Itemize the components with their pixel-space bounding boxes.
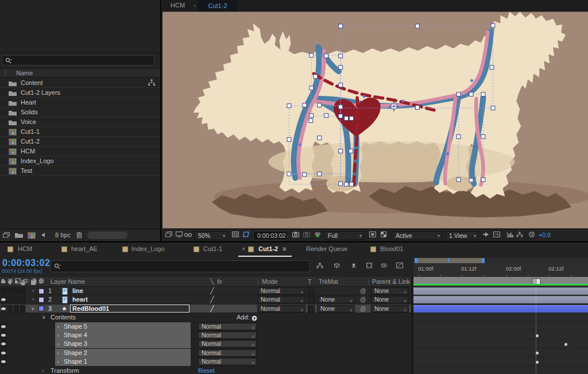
viewer-timecode[interactable]: 0:00:03:02 <box>253 231 288 240</box>
parent-dropdown[interactable]: None∨ <box>371 287 409 295</box>
navigator-start-handle[interactable] <box>415 258 417 263</box>
project-search-input[interactable] <box>2 55 154 65</box>
video-eye-toggle[interactable] <box>1 307 6 310</box>
frame-blending-icon[interactable] <box>366 263 372 269</box>
pixel-aspect-correction-icon[interactable] <box>493 231 500 240</box>
timeline-tab-render-queue[interactable]: Render Queue <box>306 245 347 252</box>
flowchart-button-icon[interactable] <box>516 231 523 240</box>
transparency-grid-icon[interactable] <box>381 231 386 240</box>
share-view-icon[interactable] <box>482 231 489 240</box>
blend-mode-dropdown[interactable]: Normal∨ <box>257 296 305 303</box>
trkmat-dropdown[interactable]: None∨ <box>317 305 355 313</box>
graph-editor-icon[interactable] <box>396 263 403 269</box>
timeline-tab-hcm[interactable]: HCM <box>18 245 32 252</box>
color-depth-button[interactable]: 8 bpc <box>55 232 71 238</box>
exposure-shutter-icon[interactable] <box>529 231 535 240</box>
shape-row[interactable]: ›Shape 2 Normal∨ <box>0 349 411 357</box>
3d-view-dropdown[interactable]: Active Camera▾ <box>392 231 442 240</box>
track-area[interactable] <box>413 287 588 374</box>
shape-blend-mode-dropdown[interactable]: Normal∨ <box>198 340 257 348</box>
viewer-tab-hcm[interactable]: HCM <box>171 2 185 9</box>
video-eye-toggle[interactable] <box>1 334 6 337</box>
transform-reset-button[interactable]: Reset <box>198 367 215 374</box>
project-item[interactable]: Voice <box>0 117 160 127</box>
expand-chevron-icon[interactable]: › <box>42 367 44 374</box>
navigator-range[interactable] <box>415 258 485 263</box>
always-preview-icon[interactable] <box>165 231 172 240</box>
collapse-chevron-icon[interactable]: ∨ <box>31 304 35 313</box>
quality-toggle-icon[interactable]: ╱ <box>210 295 214 304</box>
layer-bar-redblood01-selected[interactable] <box>413 305 588 313</box>
grid-guides-icon[interactable] <box>232 231 239 240</box>
quality-switch-icon[interactable]: ╲ <box>210 277 214 286</box>
time-ruler[interactable]: 01:00f 01:12f 02:00f 02:12f <box>413 263 588 277</box>
exposure-value[interactable]: +0.0 <box>539 231 551 240</box>
interpret-footage-icon[interactable] <box>3 232 10 239</box>
shape-name-selected[interactable]: ›Shape 2 <box>55 349 191 357</box>
timeline-button-icon[interactable] <box>507 231 514 240</box>
motion-blur-icon[interactable] <box>381 263 388 269</box>
parent-pickwhip-icon[interactable]: @ <box>360 304 366 313</box>
snapshot-camera-icon[interactable] <box>292 231 299 240</box>
t-cell[interactable] <box>308 287 315 295</box>
shape-row[interactable]: ›Shape 1 Normal∨ <box>0 357 411 366</box>
viewer-tab-cut1-2-active[interactable]: Cut1-2 <box>198 0 237 11</box>
layer-color-swatch[interactable] <box>38 297 44 303</box>
composition-canvas[interactable] <box>163 11 588 229</box>
project-item[interactable]: Heart <box>0 98 160 107</box>
project-item[interactable]: Solids <box>0 107 160 117</box>
parent-link-column-header[interactable]: Parent & Link <box>372 277 410 286</box>
number-column-header[interactable]: # <box>39 277 42 286</box>
shape-row[interactable]: ›Shape 4 Normal∨ <box>0 331 411 340</box>
stereo-3d-glasses-icon[interactable] <box>184 231 192 240</box>
shape-name-selected[interactable]: ›Shape 1 <box>55 357 191 366</box>
quality-toggle-icon[interactable]: ╱ <box>210 304 214 313</box>
layer-row-heart[interactable]: › 2 heart ╱ Normal∨ None∨ @ None∨ <box>0 295 411 304</box>
shape-name-selected[interactable]: ›Shape 4 <box>55 331 191 340</box>
project-item[interactable]: Index_Logo <box>0 156 160 166</box>
resolution-dropdown[interactable]: Full▾ <box>324 231 364 240</box>
t-cell[interactable] <box>308 305 315 313</box>
blend-mode-dropdown[interactable]: Normal∨ <box>257 305 305 313</box>
shape-row[interactable]: ›Shape 5 Normal∨ <box>0 322 411 331</box>
region-of-interest-icon[interactable] <box>243 231 250 240</box>
project-item[interactable]: Cut1-2 <box>0 137 160 146</box>
layer-color-swatch[interactable] <box>38 306 44 311</box>
current-timecode[interactable]: 0:00:03:02 <box>2 258 50 268</box>
project-item[interactable]: Cut1-2 Layers <box>0 88 160 98</box>
close-tab-icon[interactable]: × <box>242 245 245 252</box>
project-item[interactable]: HCM <box>0 146 160 156</box>
transform-label[interactable]: Transform <box>51 367 79 374</box>
contents-label[interactable]: Contents <box>51 313 76 322</box>
project-item[interactable]: Test <box>0 166 160 176</box>
magnification-dropdown[interactable]: 50%▾ <box>194 231 227 240</box>
layer-bar-line[interactable] <box>413 287 588 295</box>
show-channel-rgb-icon[interactable] <box>314 231 321 240</box>
timeline-tab-cut1-1[interactable]: Cut1-1 <box>203 245 222 252</box>
show-snapshot-icon[interactable] <box>303 231 310 240</box>
trkmat-column-header[interactable]: TrkMat <box>319 277 338 286</box>
expand-chevron-icon[interactable]: › <box>32 287 34 295</box>
trkmat-dropdown[interactable]: None∨ <box>317 296 355 303</box>
video-column-icon[interactable] <box>1 280 6 283</box>
name-column-header[interactable]: Name <box>16 70 33 76</box>
draft-3d-icon[interactable] <box>334 263 340 269</box>
shape-blend-mode-dropdown[interactable]: Normal∨ <box>198 331 257 339</box>
mode-column-header[interactable]: Mode <box>262 277 278 286</box>
layer-name[interactable]: heart <box>72 295 88 304</box>
timeline-search-input[interactable] <box>51 260 310 272</box>
pixel-aspect-toggle-icon[interactable] <box>369 231 376 240</box>
panel-menu-icon[interactable]: ≡ <box>283 245 286 252</box>
collapse-chevron-icon[interactable]: ∨ <box>42 313 46 322</box>
timeline-tab-index-logo[interactable]: Index_Logo <box>131 245 165 252</box>
tab-scroll-chevron-icon[interactable]: ‹ <box>194 2 196 9</box>
project-item[interactable]: Cut1-1 <box>0 127 160 137</box>
project-columns-header[interactable]: ∣ Name <box>0 68 160 78</box>
quality-toggle-icon[interactable]: ╱ <box>210 287 214 295</box>
shape-row[interactable]: ›Shape 3 Normal∨ <box>0 340 411 348</box>
layer-bar-heart[interactable] <box>413 296 588 303</box>
video-eye-toggle[interactable] <box>1 325 6 328</box>
parent-dropdown[interactable]: None∨ <box>371 305 409 313</box>
shape-blend-mode-dropdown[interactable]: Normal∨ <box>198 323 257 330</box>
layer-name-column-header[interactable]: Layer Name <box>51 277 85 286</box>
